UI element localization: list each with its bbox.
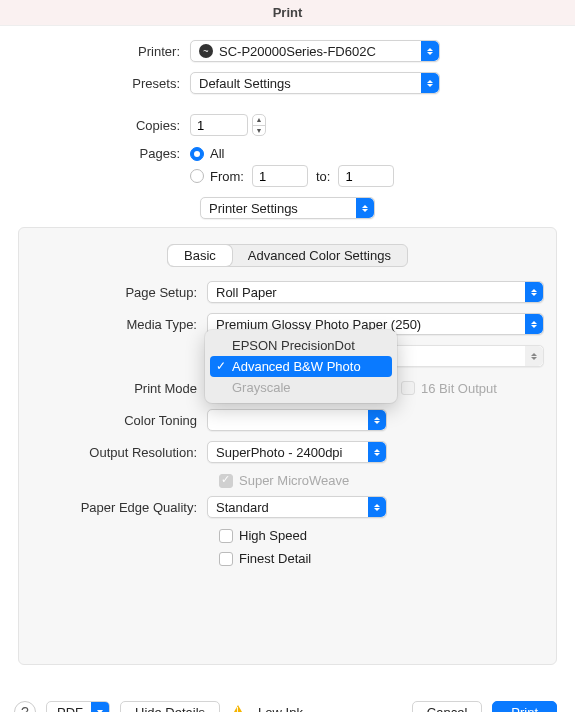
- presets-select[interactable]: Default Settings: [190, 72, 440, 94]
- tab-basic[interactable]: Basic: [168, 245, 232, 266]
- pages-from-input[interactable]: [252, 165, 308, 187]
- window-title: Print: [0, 0, 575, 26]
- help-button[interactable]: ?: [14, 701, 36, 712]
- settings-panel: Basic Advanced Color Settings Page Setup…: [18, 227, 557, 665]
- chevron-down-icon: [91, 702, 109, 712]
- print-mode-option-precisiondot[interactable]: EPSON PrecisionDot: [210, 335, 392, 356]
- print-mode-label: Print Mode: [31, 381, 207, 396]
- hide-details-button[interactable]: Hide Details: [120, 701, 220, 712]
- chevrons-icon: [368, 497, 386, 517]
- print-mode-option-advanced-bw[interactable]: Advanced B&W Photo: [210, 356, 392, 377]
- chevrons-icon: [421, 41, 439, 61]
- printer-select[interactable]: ~ SC-P20000Series-FD602C: [190, 40, 440, 62]
- paper-edge-quality-label: Paper Edge Quality:: [31, 500, 207, 515]
- paper-edge-quality-value: Standard: [216, 500, 269, 515]
- presets-value: Default Settings: [199, 76, 291, 91]
- color-toning-label: Color Toning: [31, 413, 207, 428]
- finest-detail-label: Finest Detail: [239, 551, 311, 566]
- warning-icon: [230, 705, 246, 712]
- output-resolution-value: SuperPhoto - 2400dpi: [216, 445, 342, 460]
- print-mode-option-grayscale[interactable]: Grayscale: [210, 377, 392, 398]
- chevrons-icon: [525, 314, 543, 334]
- section-value: Printer Settings: [209, 201, 298, 216]
- color-toning-select[interactable]: [207, 409, 387, 431]
- dialog-footer: ? PDF Hide Details Low Ink Cancel Print: [0, 685, 575, 712]
- chevrons-icon: [525, 346, 543, 366]
- chevrons-icon: [356, 198, 374, 218]
- tab-advanced-color[interactable]: Advanced Color Settings: [232, 245, 407, 266]
- low-ink-label: Low Ink: [258, 705, 303, 713]
- sixteen-bit-checkbox: [401, 381, 415, 395]
- pages-from-label: From:: [210, 169, 244, 184]
- pages-to-label: to:: [316, 169, 330, 184]
- copies-stepper[interactable]: ▲▼: [252, 114, 266, 136]
- page-setup-select[interactable]: Roll Paper: [207, 281, 544, 303]
- print-button[interactable]: Print: [492, 701, 557, 712]
- super-microweave-checkbox: [219, 474, 233, 488]
- high-speed-label: High Speed: [239, 528, 307, 543]
- high-speed-checkbox[interactable]: [219, 529, 233, 543]
- sixteen-bit-label: 16 Bit Output: [421, 381, 497, 396]
- pages-to-input[interactable]: [338, 165, 394, 187]
- pages-all-radio[interactable]: [190, 147, 204, 161]
- output-resolution-select[interactable]: SuperPhoto - 2400dpi: [207, 441, 387, 463]
- cancel-button[interactable]: Cancel: [412, 701, 482, 712]
- copies-label: Copies:: [18, 118, 190, 133]
- pdf-menu-button[interactable]: PDF: [46, 701, 110, 712]
- pages-range-radio[interactable]: [190, 169, 204, 183]
- chevrons-icon: [421, 73, 439, 93]
- presets-label: Presets:: [18, 76, 190, 91]
- chevrons-icon: [525, 282, 543, 302]
- printer-value: SC-P20000Series-FD602C: [219, 44, 376, 59]
- print-mode-menu[interactable]: EPSON PrecisionDot Advanced B&W Photo Gr…: [205, 330, 397, 403]
- copies-input[interactable]: [190, 114, 248, 136]
- paper-edge-quality-select[interactable]: Standard: [207, 496, 387, 518]
- section-select[interactable]: Printer Settings: [200, 197, 375, 219]
- finest-detail-checkbox[interactable]: [219, 552, 233, 566]
- page-setup-label: Page Setup:: [31, 285, 207, 300]
- output-resolution-label: Output Resolution:: [31, 445, 207, 460]
- media-type-label: Media Type:: [31, 317, 207, 332]
- super-microweave-label: Super MicroWeave: [239, 473, 349, 488]
- pages-label: Pages:: [18, 146, 190, 161]
- pdf-label: PDF: [57, 705, 83, 713]
- tab-segment: Basic Advanced Color Settings: [167, 244, 408, 267]
- pages-all-label: All: [210, 146, 224, 161]
- page-setup-value: Roll Paper: [216, 285, 277, 300]
- chevrons-icon: [368, 442, 386, 462]
- chevrons-icon: [368, 410, 386, 430]
- printer-label: Printer:: [18, 44, 190, 59]
- printer-status-icon: ~: [199, 44, 213, 58]
